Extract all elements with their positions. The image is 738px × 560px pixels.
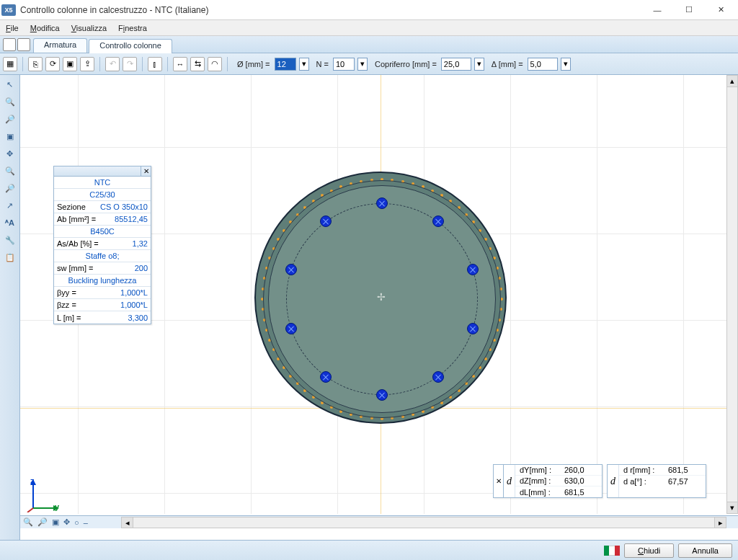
redo-icon[interactable]: ↷ [123, 57, 137, 71]
scroll-down-icon[interactable]: ▾ [727, 502, 737, 513]
info-ntc: NTC [54, 177, 151, 189]
tab-strip: Armatura Controllo colonne [0, 36, 738, 53]
diameter-label: Ø [mm] = [237, 60, 270, 68]
rebar[interactable] [285, 323, 297, 334]
cover-input[interactable] [441, 58, 471, 71]
rebar[interactable] [432, 371, 444, 383]
window-title: Controllo colonne in calcestruzzo - NTC … [20, 5, 641, 15]
tool-lines-icon[interactable]: ⫿ [148, 57, 162, 71]
icon-list[interactable] [3, 38, 16, 51]
rebar[interactable] [285, 264, 297, 275]
delta-dropdown-icon[interactable]: ▾ [561, 58, 571, 71]
dash-small-icon[interactable]: – [84, 518, 88, 527]
icon-print[interactable] [17, 38, 30, 51]
fit-icon[interactable]: ▣ [4, 130, 17, 143]
scroll-right-icon[interactable]: ▸ [714, 517, 726, 528]
status-bar: Chiudi Annulla [0, 540, 738, 560]
chiudi-button[interactable]: Chiudi [624, 543, 674, 558]
rebar[interactable] [467, 323, 479, 334]
info-staffe: Staffe o8; [54, 250, 151, 262]
pan-small-icon[interactable]: ✥ [63, 517, 70, 527]
cover-label: Copriferro [mm] = [375, 60, 437, 68]
coord-panel: ✕ d dY[mm] :260,0 dZ[mm] :630,0 dL[mm] :… [493, 464, 706, 498]
info-buckling: Buckling lunghezza [54, 275, 151, 287]
n-input[interactable] [333, 58, 355, 71]
vector-icon[interactable]: ↗ [4, 199, 17, 212]
canvas[interactable]: ✢ ✕ NTC C25/30 SezioneCS O 350x10 Ab [mm… [20, 75, 738, 540]
rebar[interactable] [320, 215, 332, 227]
text-icon[interactable]: ᴬA [4, 216, 17, 229]
pointer-icon[interactable]: ↖ [4, 78, 17, 91]
rebar[interactable] [376, 197, 388, 209]
fit-small-icon[interactable]: ▣ [52, 517, 59, 527]
left-toolbar: ↖ 🔍 🔎 ▣ ✥ 🔍 🔎 ↗ ᴬA 🔧 📋 [0, 75, 20, 540]
zoom-in-small-icon[interactable]: 🔍 [23, 517, 33, 527]
app-icon: X5 [1, 4, 16, 16]
info-concrete: C25/30 [54, 189, 151, 201]
rebar[interactable] [432, 215, 444, 227]
scroll-up-icon[interactable]: ▴ [727, 76, 737, 87]
scroll-left-icon[interactable]: ◂ [122, 517, 133, 528]
menu-modifica[interactable]: Modifica [27, 22, 63, 34]
pan-icon[interactable]: ✥ [4, 147, 17, 160]
zoom-out-small-icon[interactable]: 🔎 [37, 517, 48, 527]
work-area: ↖ 🔍 🔎 ▣ ✥ 🔍 🔎 ↗ ᴬA 🔧 📋 ✢ ✕ NTC C25/30 Se… [0, 75, 738, 540]
coord-group-d1[interactable]: ✕ d dY[mm] :260,0 dZ[mm] :630,0 dL[mm] :… [493, 464, 603, 498]
zoom-out-icon[interactable]: 🔎 [4, 112, 17, 125]
horizontal-scrollbar[interactable]: ◂▸ [121, 517, 726, 528]
tool-dim1-icon[interactable]: ↔ [173, 57, 187, 71]
annulla-button[interactable]: Annulla [678, 543, 732, 558]
menu-visualizza[interactable]: Visualizza [68, 22, 110, 34]
coord-group-d2[interactable]: d d r[mm] :681,5 d a[°] :67,57 [607, 464, 706, 498]
tab-armatura[interactable]: Armatura [33, 38, 87, 53]
cover-dropdown-icon[interactable]: ▾ [474, 58, 484, 71]
export-icon[interactable]: ⇪ [80, 57, 94, 71]
flag-italy-icon [604, 546, 620, 556]
d-symbol: d [608, 465, 619, 497]
wrench-icon[interactable]: 🔧 [4, 234, 17, 246]
delta-label: Δ [mm] = [492, 60, 523, 68]
vertical-scrollbar[interactable]: ▴▾ [726, 75, 738, 514]
grid-icon[interactable]: ▦ [3, 57, 17, 71]
rebar[interactable] [376, 389, 388, 401]
center-mark-icon: ✢ [377, 294, 384, 301]
tool-dim2-icon[interactable]: ⇆ [190, 57, 205, 71]
zoom-dim-icon: 🔍 [4, 164, 17, 177]
delta-input[interactable] [528, 58, 558, 71]
info-panel[interactable]: ✕ NTC C25/30 SezioneCS O 350x10 Ab [mm²]… [53, 166, 151, 324]
undo-icon[interactable]: ↶ [105, 57, 120, 71]
circle-small-icon[interactable]: ○ [74, 518, 79, 527]
copy-icon[interactable]: ⎘ [28, 57, 43, 71]
menu-file[interactable]: File [3, 22, 22, 34]
n-dropdown-icon[interactable]: ▾ [357, 58, 368, 71]
menu-bar: File Modifica Visualizza Finestra [0, 20, 738, 36]
toolbar: ▦ ⎘ ⟳ ▣ ⇪ ↶ ↷ ⫿ ↔ ⇆ ◠ Ø [mm] = ▾ N = ▾ C… [0, 53, 738, 75]
title-bar: X5 Controllo colonne in calcestruzzo - N… [0, 0, 738, 20]
zoom-in-icon[interactable]: 🔍 [4, 95, 17, 108]
reload-icon[interactable]: ⟳ [45, 57, 60, 71]
close-button[interactable]: ✕ [705, 0, 737, 20]
config-icon[interactable]: ▣ [63, 57, 77, 71]
section-circle[interactable]: ✢ [254, 172, 507, 424]
tab-controllo-colonne[interactable]: Controllo colonne [89, 39, 172, 53]
zoom-dim2-icon: 🔎 [4, 182, 17, 195]
diameter-input[interactable] [275, 58, 296, 71]
diameter-dropdown-icon[interactable]: ▾ [299, 58, 309, 71]
menu-finestra[interactable]: Finestra [115, 22, 150, 34]
info-steel: B450C [54, 226, 151, 238]
svg-line-4 [27, 508, 33, 512]
info-close-icon[interactable]: ✕ [141, 166, 151, 176]
tool-arc-icon[interactable]: ◠ [208, 57, 222, 71]
coord-close-icon[interactable]: ✕ [494, 465, 504, 497]
minimize-button[interactable]: — [641, 0, 673, 20]
d-symbol: d [504, 465, 515, 497]
maximize-button[interactable]: ☐ [673, 0, 705, 20]
rebar[interactable] [467, 264, 479, 275]
n-label: N = [316, 60, 329, 68]
axis-indicator: z y [25, 476, 61, 512]
rebar[interactable] [320, 371, 332, 383]
clipboard-icon: 📋 [4, 251, 17, 264]
